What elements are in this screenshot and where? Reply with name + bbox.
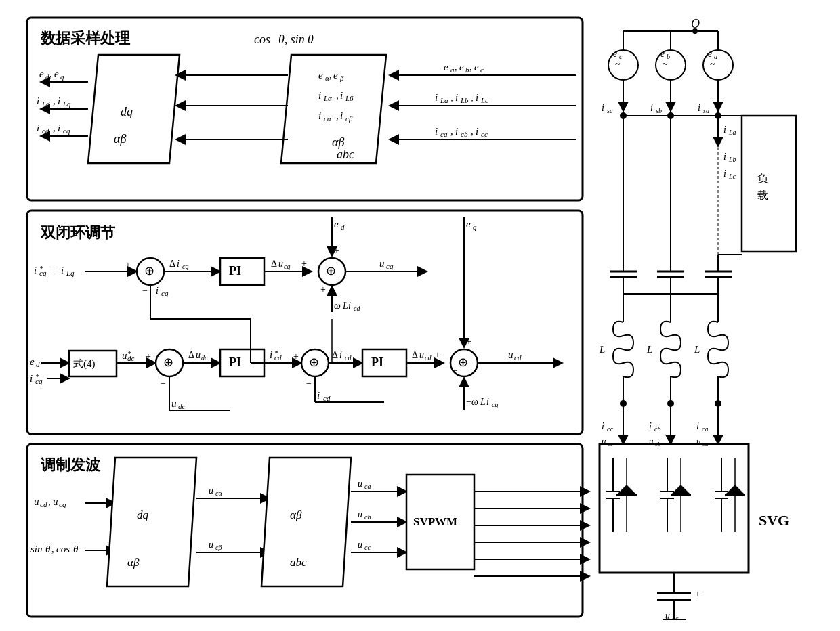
svg-text:−: − <box>306 378 312 389</box>
svg-text:+: + <box>146 351 151 362</box>
svg-text:αβ: αβ <box>290 508 302 521</box>
svg-text:+: + <box>435 350 440 360</box>
main-container: 数据采样处理 cos θ, sin θ dq αβ e α , e β i Lα… <box>0 0 840 631</box>
svg-text:Δ: Δ <box>332 350 338 360</box>
svg-text:La: La <box>728 129 736 136</box>
svg-text:i: i <box>318 110 321 121</box>
svg-text:,: , <box>336 110 339 121</box>
svg-text:Lq: Lq <box>66 269 75 277</box>
svg-text:,: , <box>455 62 457 72</box>
svg-text:u: u <box>209 540 213 550</box>
svg-text:cd: cd <box>354 305 360 312</box>
svg-text:cq: cq <box>161 289 169 297</box>
svg-text:cq: cq <box>492 401 498 408</box>
svg-text:−: − <box>142 286 148 296</box>
svg-text:e: e <box>444 62 448 72</box>
svg-text:abc: abc <box>290 556 307 569</box>
svg-text:L: L <box>694 344 700 355</box>
svg-text:e: e <box>660 49 665 59</box>
svg-text:Lb: Lb <box>728 156 736 163</box>
svg-text:−: − <box>453 366 458 376</box>
svg-text:SVPWM: SVPWM <box>413 515 457 528</box>
svg-text:cq: cq <box>39 269 47 277</box>
svg-text:cos: cos <box>56 544 70 554</box>
svg-text:,: , <box>51 544 54 554</box>
svg-text:i: i <box>58 123 60 133</box>
svg-text:cb: cb <box>461 130 468 138</box>
svg-text:cq: cq <box>386 262 394 270</box>
svg-text:负: 负 <box>757 173 768 184</box>
svg-text:d: d <box>341 223 345 231</box>
svg-text:u: u <box>696 436 701 446</box>
svg-text:u: u <box>196 350 201 360</box>
svg-text:cd: cd <box>274 353 282 362</box>
svg-text:αβ: αβ <box>127 556 140 569</box>
svg-text:e: e <box>39 68 44 79</box>
svg-text:e: e <box>318 70 323 81</box>
svg-text:θ: θ <box>45 544 51 554</box>
svg-text:SVG: SVG <box>759 512 789 529</box>
svg-text:cq: cq <box>284 263 290 270</box>
svg-text:ca: ca <box>702 441 709 448</box>
svg-text:u: u <box>665 611 670 620</box>
svg-text:Lc: Lc <box>480 96 488 104</box>
svg-text:=: = <box>50 265 56 276</box>
svg-text:dc: dc <box>672 615 679 620</box>
svg-text:u: u <box>209 485 213 496</box>
svg-text:e: e <box>466 219 471 230</box>
svg-text:Lq: Lq <box>62 100 71 108</box>
svg-text:,: , <box>450 126 453 137</box>
svg-text:cβ: cβ <box>215 544 222 551</box>
svg-text:⊕: ⊕ <box>163 355 173 369</box>
svg-text:cd: cd <box>425 354 432 362</box>
svg-text:Δ: Δ <box>271 259 277 269</box>
svg-text:cd: cd <box>42 127 49 135</box>
svg-text:c: c <box>619 53 623 60</box>
svg-text:i: i <box>156 286 159 296</box>
svg-text:cβ: cβ <box>345 114 353 123</box>
svg-text:PI: PI <box>371 355 383 369</box>
svg-text:双闭环调节: 双闭环调节 <box>40 224 116 241</box>
svg-text:cd: cd <box>514 353 522 362</box>
svg-marker-13 <box>88 55 180 163</box>
svg-rect-7 <box>27 211 583 434</box>
svg-text:L: L <box>599 344 605 355</box>
svg-text:~: ~ <box>663 60 668 70</box>
svg-text:i: i <box>58 95 60 106</box>
svg-rect-319 <box>600 444 749 573</box>
svg-text:i: i <box>476 126 478 137</box>
svg-text:,: , <box>471 92 474 103</box>
svg-text:θ, sin: θ, sin <box>278 32 305 46</box>
svg-text:⊕: ⊕ <box>309 355 319 369</box>
svg-text:dc: dc <box>201 354 208 362</box>
svg-text:i: i <box>340 90 343 101</box>
svg-text:abc: abc <box>337 148 354 161</box>
svg-text:ca: ca <box>440 130 448 138</box>
svg-text:q: q <box>60 72 64 81</box>
svg-text:αβ: αβ <box>114 132 126 146</box>
svg-text:θ: θ <box>308 32 314 46</box>
svg-text:sc: sc <box>607 107 613 114</box>
svg-text:Δ: Δ <box>412 350 418 360</box>
svg-text:e: e <box>54 68 59 79</box>
svg-text:θ: θ <box>73 544 79 554</box>
svg-text:cc: cc <box>364 544 371 551</box>
svg-text:Lβ: Lβ <box>345 94 354 102</box>
svg-text:⊕: ⊕ <box>144 264 154 278</box>
svg-text:u: u <box>171 398 177 409</box>
svg-text:i: i <box>476 92 478 103</box>
svg-text:i: i <box>455 92 458 103</box>
svg-text:~: ~ <box>710 60 715 70</box>
svg-text:dq: dq <box>137 508 149 521</box>
svg-text:cd: cd <box>345 354 352 362</box>
svg-text:i: i <box>696 421 699 431</box>
svg-text:−: − <box>161 378 166 389</box>
svg-text:cq: cq <box>35 377 43 385</box>
svg-text:Ld: Ld <box>41 100 50 108</box>
svg-text:c: c <box>480 66 484 74</box>
svg-text:L: L <box>342 301 348 311</box>
svg-text:i: i <box>486 397 489 407</box>
svg-text:e: e <box>333 70 338 81</box>
svg-text:+: + <box>301 259 307 269</box>
svg-text:e: e <box>474 62 479 72</box>
